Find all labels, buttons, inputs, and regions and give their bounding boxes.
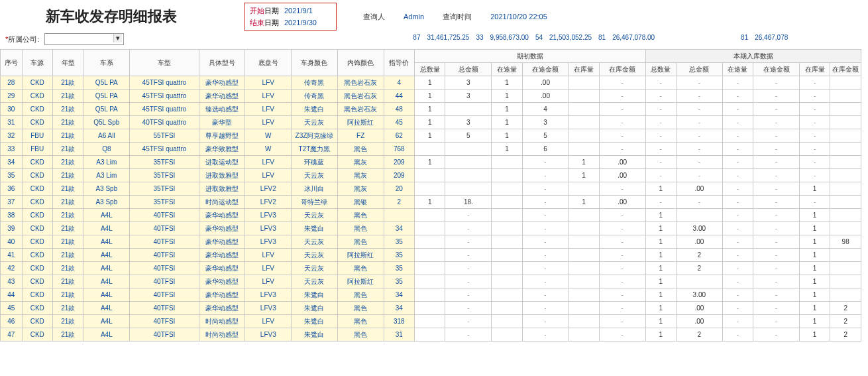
table-row[interactable]: 29CKD21款Q5L PA45TFSI quattro豪华动感型LFV传奇黑黑… xyxy=(1,90,861,103)
cell-d3 xyxy=(492,182,522,196)
cell-mdl: 40TFSI xyxy=(130,262,199,275)
cell-body: 朱鹭白 xyxy=(292,222,338,235)
table-row[interactable]: 31CKD21款Q5L Spb40TFSI quattro豪华型LFV天云灰阿拉… xyxy=(1,116,861,129)
cell-yr: 21款 xyxy=(53,116,83,129)
cell-ser: A4L xyxy=(83,288,130,302)
table-row[interactable]: 34CKD21款A3 Lim35TFSI进取运动型LFV环礁蓝黑灰2091-1.… xyxy=(1,156,861,169)
cell-e5: 1 xyxy=(799,275,830,288)
col-d6[interactable]: 在库金额 xyxy=(599,63,645,76)
col-d5[interactable]: 在库量 xyxy=(569,63,599,76)
col-body[interactable]: 车身颜色 xyxy=(292,50,338,76)
cell-e4: - xyxy=(753,76,800,90)
col-vin[interactable]: 底盘号 xyxy=(245,50,292,76)
table-row[interactable]: 28CKD21款Q5L PA45TFSI quattro豪华动感型LFV传奇黑黑… xyxy=(1,76,861,90)
cell-mdl: 40TFSI xyxy=(130,235,199,249)
cell-src: FBU xyxy=(22,129,52,143)
table-row[interactable]: 30CKD21款Q5L PA45TFSI quattro臻选动感型LFV朱鹭白黑… xyxy=(1,103,861,116)
col-seq[interactable]: 序号 xyxy=(1,50,23,76)
cell-int: 阿拉斯红 xyxy=(337,249,384,262)
cell-d1 xyxy=(415,249,445,262)
col-e1[interactable]: 总数量 xyxy=(645,63,676,76)
col-year[interactable]: 年型 xyxy=(53,50,83,76)
cell-e6 xyxy=(830,156,861,169)
cell-d6: .00 xyxy=(599,156,645,169)
cell-e3: - xyxy=(722,196,753,209)
cell-src: CKD xyxy=(22,182,52,196)
col-spec[interactable]: 具体型号 xyxy=(199,50,245,76)
table-row[interactable]: 46CKD21款A4L40TFSI时尚动感型LFV朱鹭白黑色318---1.00… xyxy=(1,315,861,328)
col-d4[interactable]: 在途金额 xyxy=(522,63,569,76)
table-row[interactable]: 38CKD21款A4L40TFSI豪华动感型LFV3天云灰黑色---1--1 xyxy=(1,209,861,222)
table-row[interactable]: 40CKD21款A4L40TFSI豪华动感型LFV3天云灰黑色35---1.00… xyxy=(1,235,861,249)
col-src[interactable]: 车源 xyxy=(22,50,52,76)
cell-body: 朱鹭白 xyxy=(292,315,338,328)
cell-d3 xyxy=(492,169,522,182)
table-row[interactable]: 39CKD21款A4L40TFSI豪华动感型LFV3朱鹭白黑色34---13.0… xyxy=(1,222,861,235)
cell-n: 45 xyxy=(1,302,23,315)
cell-src: FBU xyxy=(22,143,52,156)
cell-yr: 21款 xyxy=(53,302,83,315)
cell-d2: 18. xyxy=(445,196,492,209)
col-e5[interactable]: 在库量 xyxy=(799,63,830,76)
table-row[interactable]: 32FBU21款A6 All55TFSI尊享越野型WZ3Z阿克缘绿FZ62151… xyxy=(1,129,861,143)
cell-d3 xyxy=(492,275,522,288)
cell-src: CKD xyxy=(22,302,52,315)
cell-spec: 时尚运动型 xyxy=(199,196,245,209)
cell-d2: - xyxy=(445,328,492,342)
table-row[interactable]: 33FBU21款Q845TFSI quattro豪华致雅型WT2T魔力黑黑色76… xyxy=(1,143,861,156)
cell-n: 31 xyxy=(1,116,23,129)
cell-vin: LFV3 xyxy=(245,222,292,235)
table-row[interactable]: 42CKD21款A4L40TFSI豪华动感型LFV天云灰黑色35---12--1 xyxy=(1,262,861,275)
cell-e3: - xyxy=(722,302,753,315)
table-row[interactable]: 45CKD21款A4L40TFSI豪华动感型LFV3朱鹭白黑色34---1.00… xyxy=(1,302,861,315)
col-d1[interactable]: 总数量 xyxy=(415,63,445,76)
table-row[interactable]: 47CKD21款A4L40TFSI时尚动感型LFV3朱鹭白黑色31---12--… xyxy=(1,328,861,342)
col-price[interactable]: 指导价 xyxy=(384,50,414,76)
cell-vin: LFV3 xyxy=(245,209,292,222)
cell-e4: - xyxy=(753,169,800,182)
cell-yr: 21款 xyxy=(53,328,83,342)
cell-spec: 进取运动型 xyxy=(199,156,245,169)
company-select[interactable] xyxy=(44,33,124,45)
table-row[interactable]: 41CKD21款A4L40TFSI豪华动感型LFV天云灰阿拉斯红35---12-… xyxy=(1,249,861,262)
col-e3[interactable]: 在途量 xyxy=(722,63,753,76)
table-row[interactable]: 36CKD21款A3 Spb35TFSI进取致雅型LFV2冰川白黑灰20--1.… xyxy=(1,182,861,196)
col-model[interactable]: 车型 xyxy=(130,50,199,76)
table-row[interactable]: 43CKD21款A4L40TFSI豪华动感型LFV天云灰阿拉斯红35---1--… xyxy=(1,275,861,288)
cell-e2: - xyxy=(677,129,723,143)
cell-e3: - xyxy=(722,209,753,222)
cell-d2: - xyxy=(445,302,492,315)
cell-n: 32 xyxy=(1,129,23,143)
cell-yr: 21款 xyxy=(53,209,83,222)
cell-src: CKD xyxy=(22,76,52,90)
col-e4[interactable]: 在途金额 xyxy=(753,63,800,76)
cell-src: CKD xyxy=(22,275,52,288)
col-d3[interactable]: 在途量 xyxy=(492,63,522,76)
cell-d5 xyxy=(569,90,599,103)
table-row[interactable]: 35CKD21款A3 Lim35TFSI进取致雅型LFV天云灰黑灰209-1.0… xyxy=(1,169,861,182)
table-row[interactable]: 37CKD21款A3 Spb35TFSI时尚运动型LFV2哥特兰绿黑银2118.… xyxy=(1,196,861,209)
col-e2[interactable]: 总金额 xyxy=(677,63,723,76)
col-series[interactable]: 车系 xyxy=(83,50,130,76)
table-row[interactable]: 44CKD21款A4L40TFSI豪华动感型LFV3朱鹭白黑色34---13.0… xyxy=(1,288,861,302)
col-e6[interactable]: 在库金额 xyxy=(830,63,861,76)
cell-e6 xyxy=(830,209,861,222)
cell-e6 xyxy=(830,116,861,129)
cell-mdl: 45TFSI quattro xyxy=(130,76,199,90)
cell-d3: 1 xyxy=(492,103,522,116)
cell-e5: 1 xyxy=(799,288,830,302)
cell-e3: - xyxy=(722,156,753,169)
cell-e4: - xyxy=(753,129,800,143)
cell-vin: LFV3 xyxy=(245,328,292,342)
cell-e4: - xyxy=(753,209,800,222)
cell-vin: LFV xyxy=(245,103,292,116)
cell-vin: W xyxy=(245,129,292,143)
cell-body: 朱鹭白 xyxy=(292,103,338,116)
cell-e5: 1 xyxy=(799,222,830,235)
col-d2[interactable]: 总金额 xyxy=(445,63,492,76)
col-int[interactable]: 内饰颜色 xyxy=(337,50,384,76)
cell-src: CKD xyxy=(22,169,52,182)
cell-yr: 21款 xyxy=(53,143,83,156)
cell-d6: - xyxy=(599,116,645,129)
cell-d4: - xyxy=(522,315,569,328)
